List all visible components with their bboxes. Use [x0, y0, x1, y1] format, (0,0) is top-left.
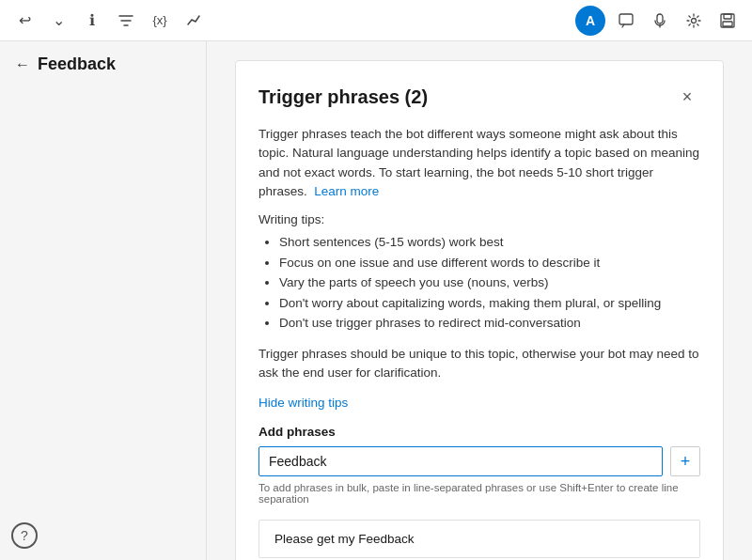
- undo-icon[interactable]: ↩: [11, 8, 38, 34]
- content-area: Trigger phrases (2) × Trigger phrases te…: [207, 41, 752, 560]
- add-phrase-button[interactable]: +: [670, 446, 700, 476]
- phrase-input-row: +: [258, 446, 700, 476]
- back-arrow-icon: ←: [15, 56, 30, 73]
- page-title: Feedback: [38, 54, 116, 74]
- filter-icon[interactable]: [113, 8, 139, 34]
- dropdown-icon[interactable]: ⌄: [45, 8, 71, 34]
- help-icon[interactable]: ?: [11, 522, 38, 549]
- close-button[interactable]: ×: [674, 84, 700, 110]
- mic-icon[interactable]: [647, 8, 673, 34]
- panel-title: Trigger phrases (2): [258, 86, 428, 108]
- tip-item: Focus on one issue and use different wor…: [279, 253, 700, 273]
- tip-item: Don't use trigger phrases to redirect mi…: [279, 313, 700, 334]
- tip-item: Don't worry about capitalizing words, ma…: [279, 293, 700, 314]
- trigger-phrases-panel: Trigger phrases (2) × Trigger phrases te…: [235, 60, 724, 560]
- svg-rect-0: [619, 14, 633, 24]
- phrase-item-1[interactable]: Please get my Feedback: [258, 520, 700, 558]
- hide-tips-link[interactable]: Hide writing tips: [258, 396, 348, 410]
- comment-icon[interactable]: [613, 8, 639, 34]
- save-icon[interactable]: [714, 8, 741, 34]
- bulk-hint: To add phrases in bulk, paste in line-se…: [258, 482, 700, 505]
- panel-header: Trigger phrases (2) ×: [258, 84, 700, 110]
- avatar[interactable]: A: [575, 6, 605, 36]
- toolbar-right: A: [575, 6, 741, 36]
- toolbar-left: ↩ ⌄ ℹ {x}: [11, 8, 207, 34]
- back-navigation[interactable]: ← Feedback: [0, 41, 206, 87]
- info-icon[interactable]: ℹ: [79, 8, 105, 34]
- svg-rect-5: [723, 22, 732, 26]
- svg-point-2: [692, 18, 697, 23]
- unique-note: Trigger phrases should be unique to this…: [258, 345, 700, 383]
- chart-icon[interactable]: [180, 8, 207, 34]
- add-phrases-label: Add phrases: [258, 425, 700, 439]
- tip-item: Short sentences (5-15 words) work best: [279, 232, 700, 253]
- main-area: ← Feedback ? Trigger phrases (2) × Trigg…: [0, 41, 752, 560]
- left-bottom: ?: [0, 511, 206, 560]
- writing-tips-title: Writing tips:: [258, 212, 700, 226]
- phrase-input[interactable]: [258, 446, 663, 476]
- panel-description: Trigger phrases teach the bot different …: [258, 125, 700, 201]
- left-panel: ← Feedback ?: [0, 41, 207, 560]
- learn-more-link[interactable]: Learn more: [314, 184, 379, 198]
- toolbar: ↩ ⌄ ℹ {x} A: [0, 0, 752, 41]
- svg-rect-4: [724, 14, 731, 19]
- tip-item: Vary the parts of speech you use (nouns,…: [279, 272, 700, 293]
- tips-list: Short sentences (5-15 words) work best F…: [258, 232, 700, 334]
- settings-icon[interactable]: [681, 8, 707, 34]
- variable-icon[interactable]: {x}: [147, 8, 173, 34]
